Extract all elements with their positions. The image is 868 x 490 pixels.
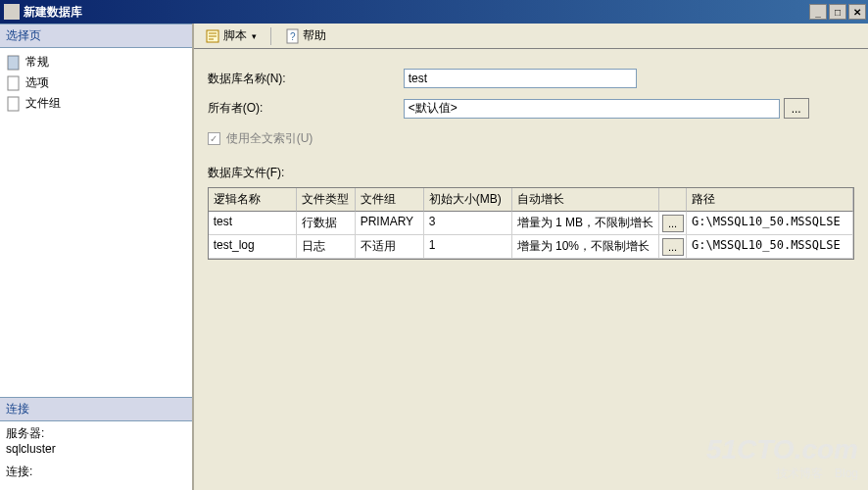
minimize-button[interactable]: _ xyxy=(809,4,827,20)
page-icon xyxy=(6,96,22,112)
header-path[interactable]: 路径 xyxy=(687,188,853,212)
close-button[interactable]: ✕ xyxy=(848,4,866,20)
dropdown-icon: ▾ xyxy=(252,31,257,41)
nav-item-filegroups[interactable]: 文件组 xyxy=(4,93,188,114)
owner-row: 所有者(O): ... xyxy=(208,98,854,119)
header-spacer xyxy=(659,188,687,212)
header-filegroup[interactable]: 文件组 xyxy=(356,188,424,212)
cell-path[interactable]: G:\MSSQL10_50.MSSQLSE xyxy=(687,235,853,258)
check-icon: ✓ xyxy=(210,134,217,144)
cell-path[interactable]: G:\MSSQL10_50.MSSQLSE xyxy=(687,212,853,234)
watermark-big: 51CTO.com xyxy=(706,434,858,466)
fulltext-label: 使用全文索引(U) xyxy=(226,130,313,147)
cell-logical[interactable]: test_log xyxy=(209,235,297,258)
files-grid: 逻辑名称 文件类型 文件组 初始大小(MB) 自动增长 路径 test 行数据 … xyxy=(208,187,854,260)
window-title: 新建数据库 xyxy=(24,4,809,21)
table-row[interactable]: test 行数据 PRIMARY 3 增量为 1 MB，不限制增长 ... G:… xyxy=(209,212,853,235)
svg-text:?: ? xyxy=(290,31,296,42)
script-button[interactable]: 脚本 ▾ xyxy=(200,25,263,46)
cell-type[interactable]: 行数据 xyxy=(297,212,356,234)
watermark: 51CTO.com 技术博客 Blog xyxy=(706,434,858,482)
watermark-small: 技术博客 Blog xyxy=(706,466,858,482)
script-label: 脚本 xyxy=(223,27,247,44)
nav-item-general[interactable]: 常规 xyxy=(4,52,188,73)
title-bar: 新建数据库 _ □ ✕ xyxy=(0,0,868,24)
cell-autogrow[interactable]: 增量为 10%，不限制增长 xyxy=(512,235,659,258)
help-button[interactable]: ? 帮助 xyxy=(279,25,332,46)
nav-label: 常规 xyxy=(25,54,49,71)
fulltext-checkbox[interactable]: ✓ xyxy=(208,132,220,145)
select-page-header: 选择页 xyxy=(0,24,192,48)
app-icon xyxy=(4,4,20,20)
dbname-input[interactable] xyxy=(404,69,637,88)
toolbar-separator xyxy=(270,27,271,45)
help-label: 帮助 xyxy=(303,27,326,44)
svg-rect-2 xyxy=(8,76,19,90)
cell-autogrow[interactable]: 增量为 1 MB，不限制增长 xyxy=(512,212,659,234)
server-value: sqlcluster xyxy=(6,442,186,456)
owner-label: 所有者(O): xyxy=(208,100,404,117)
cell-size[interactable]: 1 xyxy=(424,235,512,258)
ellipsis-icon: ... xyxy=(662,238,684,256)
cell-autogrow-button[interactable]: ... xyxy=(659,212,687,234)
owner-input[interactable] xyxy=(404,99,780,119)
nav-label: 选项 xyxy=(25,74,49,91)
header-logical[interactable]: 逻辑名称 xyxy=(209,188,297,212)
header-size[interactable]: 初始大小(MB) xyxy=(424,188,512,212)
right-pane: 脚本 ▾ ? 帮助 数据库名称(N): 所有者(O): ... xyxy=(194,24,868,490)
header-type[interactable]: 文件类型 xyxy=(297,188,356,212)
body-area: 选择页 常规 选项 文件组 连接 服务器: xyxy=(0,24,868,490)
connection-section: 服务器: sqlcluster 连接: xyxy=(0,421,192,490)
script-icon xyxy=(206,28,221,44)
form-area: 数据库名称(N): 所有者(O): ... ✓ 使用全文索引(U) 数据库文件(… xyxy=(194,49,868,268)
connection-header: 连接 xyxy=(0,397,192,421)
svg-rect-1 xyxy=(8,56,19,70)
left-pane: 选择页 常规 选项 文件组 连接 服务器: xyxy=(0,24,192,490)
cell-filegroup[interactable]: 不适用 xyxy=(356,235,424,258)
ellipsis-icon: ... xyxy=(662,215,684,232)
cell-filegroup[interactable]: PRIMARY xyxy=(356,212,424,234)
cell-autogrow-button[interactable]: ... xyxy=(659,235,687,258)
dbname-label: 数据库名称(N): xyxy=(208,71,404,87)
fulltext-row: ✓ 使用全文索引(U) xyxy=(208,130,854,147)
header-autogrow[interactable]: 自动增长 xyxy=(512,188,659,212)
cell-size[interactable]: 3 xyxy=(424,212,512,234)
nav-list: 常规 选项 文件组 xyxy=(0,48,192,397)
window-buttons: _ □ ✕ xyxy=(809,4,866,20)
files-label: 数据库文件(F): xyxy=(208,165,854,181)
page-icon xyxy=(6,55,22,71)
server-label: 服务器: xyxy=(6,425,186,442)
nav-item-options[interactable]: 选项 xyxy=(4,73,188,93)
nav-label: 文件组 xyxy=(25,95,61,112)
help-icon: ? xyxy=(285,28,301,44)
grid-headers: 逻辑名称 文件类型 文件组 初始大小(MB) 自动增长 路径 xyxy=(209,188,853,212)
cell-type[interactable]: 日志 xyxy=(297,235,356,258)
svg-rect-3 xyxy=(8,97,19,111)
owner-browse-button[interactable]: ... xyxy=(784,98,809,119)
cell-logical[interactable]: test xyxy=(209,212,297,234)
connection-label: 连接: xyxy=(6,464,186,480)
maximize-button[interactable]: □ xyxy=(829,4,846,20)
page-icon xyxy=(6,75,22,91)
dbname-row: 数据库名称(N): xyxy=(208,69,854,88)
toolbar: 脚本 ▾ ? 帮助 xyxy=(194,24,868,49)
table-row[interactable]: test_log 日志 不适用 1 增量为 10%，不限制增长 ... G:\M… xyxy=(209,235,853,259)
